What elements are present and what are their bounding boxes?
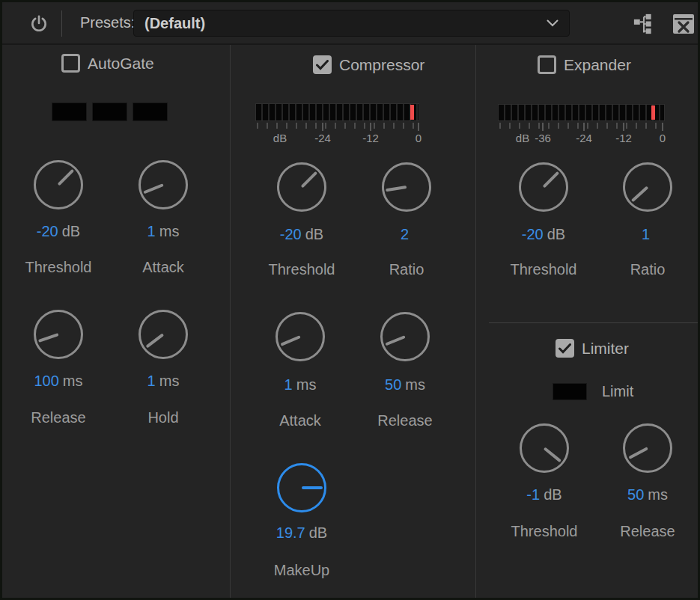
- compressor-ratio-knob[interactable]: [382, 162, 431, 212]
- knob-pointer: [544, 447, 561, 462]
- compressor-attack-value[interactable]: 1ms: [244, 376, 356, 394]
- limiter-release-knob[interactable]: [623, 423, 672, 473]
- autogate-release-value[interactable]: 100ms: [2, 373, 115, 390]
- titlebar-divider: [61, 10, 62, 37]
- expander-threshold-knob[interactable]: [519, 162, 568, 212]
- tick: [623, 123, 624, 131]
- sidechain-routing-button[interactable]: [631, 11, 657, 37]
- autogate-attack-label: Attack: [107, 259, 219, 276]
- knob-pointer: [628, 447, 648, 459]
- expander-ratio-label: Ratio: [591, 261, 700, 278]
- knob-pointer: [280, 335, 300, 346]
- preset-dropdown[interactable]: (Default): [133, 10, 570, 37]
- limiter-led: [553, 383, 587, 400]
- limiter-threshold-label: Threshold: [488, 523, 600, 540]
- autogate-attack-knob[interactable]: [139, 160, 188, 209]
- knob-pointer: [143, 183, 163, 194]
- compressor-meter-label: 0: [416, 132, 421, 144]
- autogate-threshold-label: Threshold: [2, 259, 115, 276]
- autogate-checkbox[interactable]: [61, 54, 80, 73]
- expander-title: Expander: [564, 56, 631, 74]
- compressor-title: Compressor: [339, 56, 424, 74]
- remove-effect-button[interactable]: [671, 12, 696, 36]
- effect-body: AutoGate -20dB Threshold 1ms Attack 100m…: [2, 45, 698, 599]
- autogate-attack-value[interactable]: 1ms: [107, 223, 219, 240]
- routing-icon: [633, 13, 654, 35]
- compressor-threshold-value[interactable]: -20dB: [246, 226, 358, 243]
- compressor-release-knob[interactable]: [380, 312, 430, 361]
- limiter-threshold-value[interactable]: -1dB: [488, 486, 600, 503]
- column-divider-2: [475, 45, 476, 599]
- compressor-makeup-label: MakeUp: [246, 562, 358, 579]
- power-icon: [29, 14, 49, 34]
- compressor-checkbox[interactable]: [313, 55, 332, 74]
- limiter-title: Limiter: [582, 340, 629, 358]
- compressor-threshold-knob[interactable]: [277, 162, 326, 212]
- presets-label: Presets:: [80, 14, 135, 31]
- autogate-header: AutoGate: [61, 54, 154, 73]
- tick: [418, 123, 419, 131]
- compressor-threshold-label: Threshold: [246, 261, 358, 278]
- limiter-release-value[interactable]: 50ms: [591, 486, 700, 503]
- compressor-ratio-label: Ratio: [350, 261, 463, 278]
- preset-dropdown-value: (Default): [144, 15, 547, 32]
- expander-meter-label: 0: [660, 132, 666, 144]
- compressor-makeup-value[interactable]: 19.7dB: [246, 524, 358, 542]
- autogate-threshold-value[interactable]: -20dB: [2, 223, 115, 240]
- gate-led: [133, 102, 168, 121]
- compressor-ratio-value[interactable]: 2: [350, 226, 463, 243]
- autogate-release-label: Release: [2, 409, 115, 426]
- compressor-makeup-knob[interactable]: [277, 463, 326, 512]
- titlebar: Presets: (Default): [2, 2, 698, 45]
- dynamics-effect-panel: Presets: (Default): [0, 0, 700, 600]
- expander-meter-label: dB: [516, 132, 529, 144]
- expander-header: Expander: [538, 55, 631, 74]
- compressor-meter-label: -12: [362, 132, 379, 144]
- close-box-icon: [672, 13, 695, 34]
- expander-checkbox[interactable]: [538, 55, 556, 74]
- power-toggle-button[interactable]: [28, 13, 49, 34]
- tick: [583, 123, 585, 131]
- limiter-header: Limiter: [556, 339, 629, 358]
- expander-meter-label: -24: [576, 132, 592, 144]
- knob-pointer: [38, 333, 59, 343]
- compressor-attack-knob[interactable]: [276, 312, 325, 361]
- expander-ratio-knob[interactable]: [623, 162, 672, 212]
- expander-meter-label: -36: [535, 132, 551, 144]
- knob-pointer: [543, 171, 560, 189]
- limiter-release-label: Release: [591, 523, 700, 540]
- compressor-meter-signal: [410, 105, 414, 120]
- expander-meter-signal: [651, 105, 655, 120]
- expander-threshold-value[interactable]: -20dB: [487, 226, 600, 243]
- tick: [370, 123, 371, 131]
- autogate-hold-label: Hold: [107, 409, 219, 426]
- autogate-release-knob[interactable]: [34, 310, 83, 359]
- autogate-hold-value[interactable]: 1ms: [107, 373, 219, 390]
- compressor-meter: [255, 103, 419, 121]
- limiter-checkbox[interactable]: [556, 339, 574, 358]
- gate-led: [92, 102, 127, 121]
- tick: [662, 123, 663, 131]
- autogate-hold-knob[interactable]: [139, 310, 188, 359]
- compressor-meter-label: -24: [314, 132, 331, 144]
- expander-meter: [498, 104, 665, 121]
- knob-pointer: [301, 171, 318, 189]
- limiter-section-divider: [489, 322, 698, 323]
- autogate-threshold-knob[interactable]: [34, 160, 83, 209]
- limiter-threshold-knob[interactable]: [520, 423, 569, 473]
- autogate-led-meter: [52, 102, 168, 121]
- knob-pointer: [302, 486, 323, 489]
- compressor-release-value[interactable]: 50ms: [349, 376, 461, 394]
- expander-meter-label: -12: [615, 132, 632, 144]
- compressor-meter-label: dB: [273, 132, 287, 144]
- check-icon: [316, 60, 329, 70]
- expander-threshold-label: Threshold: [487, 261, 600, 278]
- tick: [322, 123, 323, 131]
- compressor-header: Compressor: [313, 55, 424, 74]
- knob-pointer: [631, 186, 648, 203]
- compressor-release-label: Release: [349, 412, 461, 429]
- column-divider-1: [230, 45, 231, 599]
- compressor-meter-ticks: [257, 123, 419, 129]
- expander-ratio-value[interactable]: 1: [591, 226, 700, 243]
- expander-meter-ticks: [499, 123, 665, 129]
